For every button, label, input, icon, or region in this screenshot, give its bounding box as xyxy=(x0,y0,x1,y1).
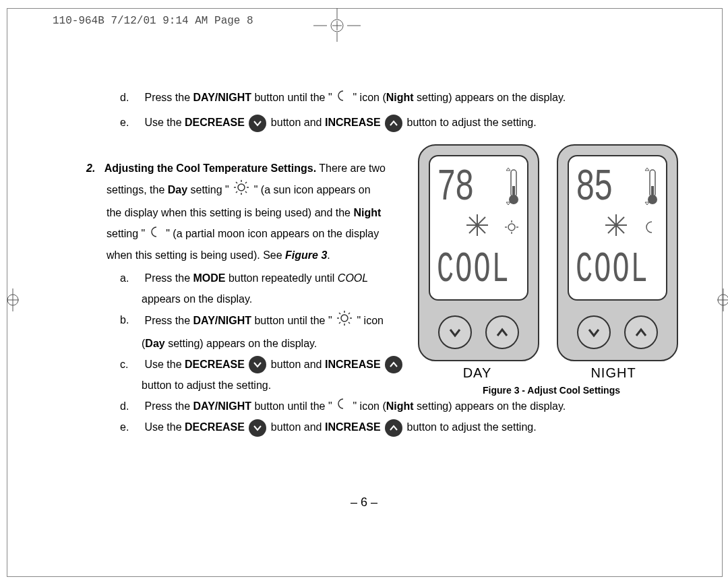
text: button and xyxy=(271,359,325,370)
svg-point-13 xyxy=(238,184,245,191)
crop-mark-left xyxy=(7,283,19,317)
increase-button[interactable] xyxy=(624,315,658,349)
moon-icon xyxy=(643,220,658,235)
thermostat-day: 78 COOL xyxy=(418,144,539,361)
text: button until the " xyxy=(251,92,332,103)
ref-figure3: Figure 3 xyxy=(285,249,327,261)
increase-button[interactable] xyxy=(485,315,519,349)
text: Use the xyxy=(144,421,185,433)
label-day-device: DAY xyxy=(418,365,537,381)
svg-line-27 xyxy=(339,313,340,314)
thermometer-icon xyxy=(504,166,520,206)
text: Press the xyxy=(144,315,193,326)
text: button to adjust the setting. xyxy=(407,117,537,128)
sect2-line1: 2. Adjusting the Cool Temperature Settin… xyxy=(86,158,410,179)
text: " (a partial moon icon appears on the di… xyxy=(166,228,379,239)
label-decrease: DECREASE xyxy=(185,359,245,370)
crop-mark-right xyxy=(717,283,728,317)
snowflake-icon xyxy=(464,212,491,239)
svg-line-20 xyxy=(236,191,237,193)
bullet-e1: e. xyxy=(120,113,142,133)
text: setting " xyxy=(107,228,145,239)
decrease-button[interactable] xyxy=(438,315,472,349)
figure-3: 78 COOL xyxy=(418,144,685,396)
chevron-down-icon xyxy=(586,324,602,340)
decrease-icon xyxy=(249,419,266,437)
label-day-night: DAY/NIGHT xyxy=(193,400,251,412)
moon-icon xyxy=(150,224,162,245)
mode-night: COOL xyxy=(576,245,649,294)
decrease-icon xyxy=(249,115,266,132)
svg-line-30 xyxy=(348,313,350,314)
text: button until the " xyxy=(251,315,332,326)
step-b: b. Press the DAY/NIGHT button until the … xyxy=(120,310,410,333)
text: " (a sun icon appears on xyxy=(254,184,371,195)
text: button until the " xyxy=(251,400,332,412)
step-e2: e. Use the DECREASE button and INCREASE … xyxy=(120,417,666,437)
bullet-a: a. xyxy=(120,268,142,288)
increase-icon xyxy=(385,419,402,437)
decrease-icon xyxy=(249,356,266,373)
screen-night: 85 COOL xyxy=(568,155,667,301)
sect2-line2: settings, the Day setting " " (a sun ico… xyxy=(107,179,410,202)
svg-line-29 xyxy=(339,322,340,324)
sect2-title: Adjusting the Cool Temperature Settings. xyxy=(104,162,316,174)
mode-day: COOL xyxy=(437,245,510,294)
temp-day: 78 xyxy=(437,162,473,213)
svg-line-18 xyxy=(236,182,237,183)
text: Use the xyxy=(144,117,185,128)
bullet-c: c. xyxy=(120,355,142,375)
step-a-line2: appears on the display. xyxy=(142,289,410,309)
svg-line-21 xyxy=(245,182,247,183)
label-night: Night xyxy=(386,400,414,412)
page-header: 110-964B 7/12/01 9:14 AM Page 8 xyxy=(53,15,253,27)
moon-icon xyxy=(336,88,348,109)
label-day-night: DAY/NIGHT xyxy=(193,92,251,103)
svg-line-28 xyxy=(348,322,350,324)
text: " icon ( xyxy=(353,400,386,412)
sun-icon xyxy=(336,310,353,333)
label-cool: COOL xyxy=(338,272,368,284)
figure-caption: Figure 3 - Adjust Cool Settings xyxy=(418,385,685,396)
text: Use the xyxy=(144,359,185,370)
label-increase: INCREASE xyxy=(325,359,381,370)
text: setting " xyxy=(187,184,229,195)
label-day: Day xyxy=(168,184,187,195)
text: " icon ( xyxy=(353,92,386,103)
label-increase: INCREASE xyxy=(325,421,381,433)
text: Press the xyxy=(144,272,193,284)
text: button to adjust the setting. xyxy=(407,421,537,433)
step-d1: d. Press the DAY/NIGHT button until the … xyxy=(120,88,666,109)
label-decrease: DECREASE xyxy=(185,117,245,128)
text: Press the xyxy=(144,92,193,103)
text: button and xyxy=(271,117,325,128)
label-decrease: DECREASE xyxy=(185,421,245,433)
svg-point-22 xyxy=(341,315,348,322)
step-e1: e. Use the DECREASE button and INCREASE … xyxy=(120,113,666,133)
decrease-button[interactable] xyxy=(577,315,611,349)
svg-rect-45 xyxy=(651,186,654,197)
step-a: a. Press the MODE button repeatedly unti… xyxy=(120,268,410,288)
snowflake-icon xyxy=(603,212,630,239)
chevron-up-icon xyxy=(633,324,649,340)
sect2-line3: the display when this setting is being u… xyxy=(107,203,410,223)
step-b-line2: (Day setting) appears on the display. xyxy=(142,334,410,354)
temp-night: 85 xyxy=(576,162,612,213)
text: setting) appears on the display. xyxy=(414,400,566,412)
label-night: Night xyxy=(386,92,414,103)
page-number: – 6 – xyxy=(0,495,728,510)
text: button and xyxy=(271,421,325,433)
text: There are two xyxy=(316,162,386,174)
moon-icon xyxy=(336,396,348,417)
thermostat-night: 85 COOL xyxy=(557,144,678,361)
svg-rect-33 xyxy=(512,186,515,197)
bullet-e2: e. xyxy=(120,417,142,437)
text: . xyxy=(327,249,330,261)
label-mode: MODE xyxy=(193,272,225,284)
text: button repeatedly until xyxy=(225,272,337,284)
text: the display when this setting is being u… xyxy=(107,207,353,218)
bullet-d1: d. xyxy=(120,88,142,108)
screen-day: 78 COOL xyxy=(429,155,528,301)
step-d2: d. Press the DAY/NIGHT button until the … xyxy=(120,396,666,417)
chevron-down-icon xyxy=(447,324,463,340)
